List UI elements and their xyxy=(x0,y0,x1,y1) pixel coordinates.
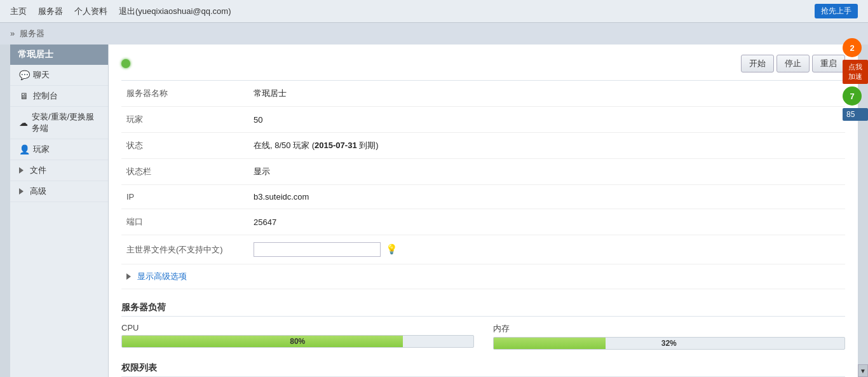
files-expand-icon xyxy=(19,167,24,174)
breadcrumb-separator: » xyxy=(10,29,15,38)
sidebar-label-chat: 聊天 xyxy=(33,69,50,81)
row-players: 玩家 50 xyxy=(121,107,845,133)
cpu-load-item: CPU 80% xyxy=(121,323,474,350)
install-icon: ☁ xyxy=(19,118,28,128)
row-status: 状态 在线, 8/50 玩家 (2015-07-31 到期) xyxy=(121,133,845,159)
chat-icon: 💬 xyxy=(19,70,29,80)
server-header: 开始 停止 重启 xyxy=(121,55,845,81)
lightbulb-icon[interactable]: 💡 xyxy=(386,243,398,255)
sidebar-item-chat[interactable]: 💬 聊天 xyxy=(10,65,108,86)
sidebar-item-advanced[interactable]: 高级 xyxy=(10,181,108,202)
statusbar-label: 状态栏 xyxy=(121,159,248,185)
memory-label: 内存 xyxy=(493,323,846,334)
players-icon: 👤 xyxy=(19,144,29,154)
content-area: 开始 停止 重启 服务器名称 常珉居士 玩家 50 状态 在线, 8/50 玩家… xyxy=(109,45,858,377)
row-port: 端口 25647 xyxy=(121,209,845,235)
server-name-label: 服务器名称 xyxy=(121,81,248,107)
ip-value: b3.suteidc.com xyxy=(248,185,845,209)
sidebar-item-install[interactable]: ☁ 安装/重装/更换服务端 xyxy=(10,107,108,139)
main-layout: 常珉居士 💬 聊天 🖥 控制台 ☁ 安装/重装/更换服务端 👤 玩家 文件 高级 xyxy=(10,45,858,377)
sidebar-label-install: 安装/重装/更换服务端 xyxy=(32,111,99,134)
top-right-badge[interactable]: 抢先上手 xyxy=(815,4,858,18)
sidebar: 常珉居士 💬 聊天 🖥 控制台 ☁ 安装/重装/更换服务端 👤 玩家 文件 高级 xyxy=(10,45,109,377)
advanced-options-row: 显示高级选项 xyxy=(121,264,845,289)
cpu-progress-bg: 80% xyxy=(121,335,474,348)
memory-load-item: 内存 32% xyxy=(493,323,846,350)
row-server-name: 服务器名称 常珉居士 xyxy=(121,81,845,107)
advanced-expand-icon xyxy=(19,188,24,195)
sidebar-item-console[interactable]: 🖥 控制台 xyxy=(10,86,108,107)
port-value: 25647 xyxy=(248,209,845,235)
sidebar-label-advanced: 高级 xyxy=(30,186,46,197)
expire-date: 2015-07-31 xyxy=(315,141,357,150)
nav-profile[interactable]: 个人资料 xyxy=(74,6,107,17)
advanced-options-expand-icon xyxy=(126,273,131,280)
players-value: 50 xyxy=(248,107,845,133)
world-input-cell: 💡 xyxy=(248,235,845,264)
memory-progress-label: 32% xyxy=(494,339,845,348)
right-float-panel: 2 点我加速 7 85 xyxy=(843,38,868,121)
row-ip: IP b3.suteidc.com xyxy=(121,185,845,209)
scrollbar-down-button[interactable]: ▼ xyxy=(858,364,868,377)
restart-button[interactable]: 重启 xyxy=(812,55,845,72)
status-value: 在线, 8/50 玩家 (2015-07-31 到期) xyxy=(248,133,845,159)
cpu-progress-label: 80% xyxy=(122,337,473,346)
start-button[interactable]: 开始 xyxy=(741,55,774,72)
breadcrumb: » 服务器 xyxy=(0,23,868,45)
nav-servers[interactable]: 服务器 xyxy=(38,6,63,17)
console-icon: 🖥 xyxy=(19,91,29,101)
server-status-dot xyxy=(121,59,130,68)
top-navigation: 主页 服务器 个人资料 退出(yueqixiaoshuai@qq.com) 抢先… xyxy=(0,0,868,23)
memory-progress-bg: 32% xyxy=(493,337,846,350)
world-label: 主世界文件夹(不支持中文) xyxy=(121,235,248,264)
server-name-value: 常珉居士 xyxy=(248,81,845,107)
green-badge[interactable]: 7 xyxy=(843,86,862,106)
sidebar-label-files: 文件 xyxy=(30,165,46,176)
nav-logout[interactable]: 退出(yueqixiaoshuai@qq.com) xyxy=(119,6,231,17)
ad-block[interactable]: 点我加速 xyxy=(843,60,868,84)
port-label: 端口 xyxy=(121,209,248,235)
sidebar-label-console: 控制台 xyxy=(33,90,58,102)
server-info-table: 服务器名称 常珉居士 玩家 50 状态 在线, 8/50 玩家 (2015-07… xyxy=(121,81,845,264)
breadcrumb-page: 服务器 xyxy=(20,29,44,38)
world-input[interactable] xyxy=(254,242,381,257)
sidebar-active-item[interactable]: 常珉居士 xyxy=(10,45,108,65)
server-load-grid: CPU 80% 内存 32% xyxy=(121,323,845,350)
row-world: 主世界文件夹(不支持中文) 💡 xyxy=(121,235,845,264)
server-button-group: 开始 停止 重启 xyxy=(741,55,845,72)
players-label: 玩家 xyxy=(121,107,248,133)
cpu-label: CPU xyxy=(121,323,474,332)
orange-badge[interactable]: 2 xyxy=(843,38,862,57)
status-label: 状态 xyxy=(121,133,248,159)
nav-home[interactable]: 主页 xyxy=(10,6,27,17)
server-load-title: 服务器负荷 xyxy=(121,302,845,317)
stop-button[interactable]: 停止 xyxy=(776,55,810,72)
sidebar-item-players[interactable]: 👤 玩家 xyxy=(10,139,108,160)
row-statusbar: 状态栏 显示 xyxy=(121,159,845,185)
permissions-title: 权限列表 xyxy=(121,362,845,377)
sidebar-item-files[interactable]: 文件 xyxy=(10,160,108,181)
dark-badge[interactable]: 85 xyxy=(843,108,868,121)
sidebar-label-players: 玩家 xyxy=(33,144,50,155)
advanced-options-link[interactable]: 显示高级选项 xyxy=(137,271,187,282)
ip-label: IP xyxy=(121,185,248,209)
statusbar-value[interactable]: 显示 xyxy=(248,159,845,185)
